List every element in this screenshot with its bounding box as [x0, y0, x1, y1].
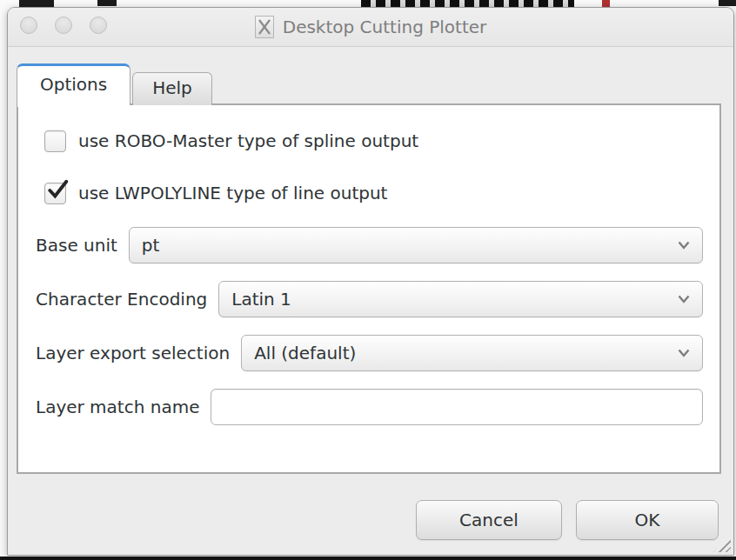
options-panel: use ROBO-Master type of spline output us… — [17, 103, 721, 474]
layer-export-selection-label: Layer export selection — [36, 343, 230, 363]
desktop-noise — [19, 0, 54, 7]
character-encoding-dropdown[interactable]: Latin 1 — [218, 281, 703, 317]
layer-match-name-label: Layer match name — [36, 397, 199, 417]
minimize-button[interactable] — [55, 17, 72, 34]
lwpolyline-checkbox[interactable] — [44, 183, 66, 204]
cancel-button[interactable]: Cancel — [416, 500, 562, 540]
layer-export-selection-row: Layer export selection All (default) — [36, 335, 703, 371]
character-encoding-label: Character Encoding — [36, 289, 207, 310]
lwpolyline-checkbox-row: use LWPOLYLINE type of line output — [44, 180, 703, 206]
base-unit-label: Base unit — [36, 235, 117, 256]
desktop-noise — [97, 0, 117, 6]
robo-master-checkbox-row: use ROBO-Master type of spline output — [44, 128, 703, 154]
close-button[interactable] — [20, 17, 37, 34]
tab-options[interactable]: Options — [17, 63, 130, 105]
base-unit-dropdown[interactable]: pt — [129, 227, 703, 263]
tab-options-label: Options — [40, 74, 107, 95]
layer-match-name-row: Layer match name — [36, 389, 703, 425]
tab-help[interactable]: Help — [132, 72, 212, 105]
base-unit-row: Base unit pt — [36, 227, 703, 263]
layer-export-selection-dropdown[interactable]: All (default) — [241, 335, 703, 371]
dialog-window: Desktop Cutting Plotter Options Help use… — [7, 7, 734, 556]
layer-match-name-input[interactable] — [211, 389, 703, 425]
title-group: Desktop Cutting Plotter — [255, 16, 487, 38]
x-window-icon — [255, 16, 274, 38]
chevron-down-icon — [678, 241, 690, 250]
action-area: Cancel OK — [416, 500, 719, 540]
desktop-noise — [0, 557, 736, 560]
robo-master-checkbox[interactable] — [44, 130, 66, 152]
base-unit-value: pt — [142, 235, 160, 256]
checkmark-icon — [46, 179, 69, 202]
traffic-lights — [20, 17, 107, 34]
robo-master-checkbox-label[interactable]: use ROBO-Master type of spline output — [78, 130, 418, 151]
character-encoding-row: Character Encoding Latin 1 — [36, 281, 703, 317]
titlebar[interactable]: Desktop Cutting Plotter — [8, 8, 733, 47]
lwpolyline-checkbox-label[interactable]: use LWPOLYLINE type of line output — [78, 183, 387, 203]
tab-strip: Options Help — [17, 63, 212, 105]
tab-help-label: Help — [152, 77, 192, 98]
desktop-noise — [719, 0, 736, 6]
window-title: Desktop Cutting Plotter — [283, 17, 487, 37]
chevron-down-icon — [678, 295, 690, 303]
character-encoding-value: Latin 1 — [231, 289, 291, 310]
layer-export-selection-value: All (default) — [254, 343, 356, 363]
ok-button[interactable]: OK — [576, 500, 719, 540]
chevron-down-icon — [678, 349, 690, 357]
zoom-button[interactable] — [90, 17, 107, 34]
